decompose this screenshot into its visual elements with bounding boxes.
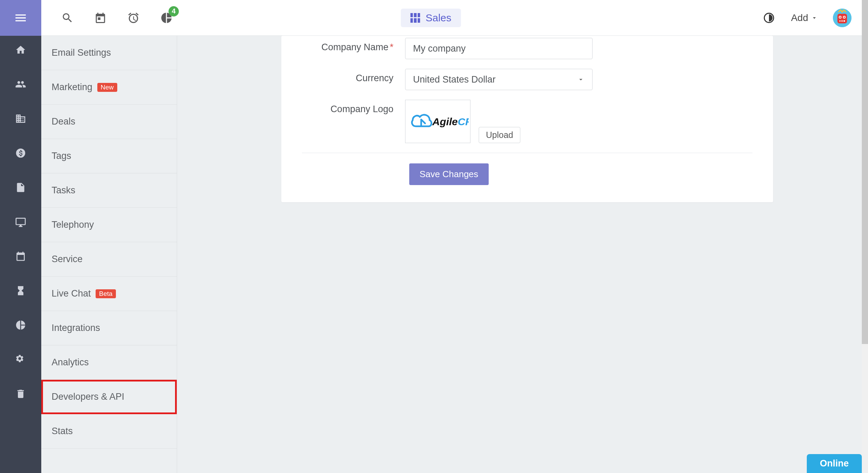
top-icon-group: 4 xyxy=(41,11,173,25)
settings-form-card: Company Name* Currency United States Dol… xyxy=(281,36,773,202)
alarm-button[interactable] xyxy=(127,11,140,25)
alarm-icon xyxy=(127,12,140,24)
contrast-icon xyxy=(763,12,775,24)
currency-select[interactable]: United States Dollar xyxy=(405,69,593,90)
nav-deals[interactable] xyxy=(15,147,26,159)
nav-companies[interactable] xyxy=(15,113,26,125)
nav-timeline[interactable] xyxy=(15,285,26,297)
settings-sidebar: Email Settings MarketingNew Deals Tags T… xyxy=(41,36,177,473)
company-name-label: Company Name* xyxy=(302,38,405,53)
add-dropdown[interactable]: Add xyxy=(791,12,818,23)
theme-toggle[interactable] xyxy=(762,11,776,25)
agilecrm-logo-icon: AgileCRM xyxy=(407,108,469,135)
hamburger-icon xyxy=(14,11,28,25)
svg-rect-8 xyxy=(842,20,842,22)
nav-calendar[interactable] xyxy=(15,250,26,262)
nav-web[interactable] xyxy=(15,216,26,228)
gears-icon xyxy=(15,354,26,365)
calendar-icon xyxy=(94,12,107,24)
nav-contacts[interactable] xyxy=(15,78,26,90)
sidebar-item-tasks[interactable]: Tasks xyxy=(41,173,177,208)
nav-documents[interactable] xyxy=(15,182,26,193)
avatar-icon xyxy=(833,9,851,27)
chevron-down-icon xyxy=(577,76,585,83)
calendar-small-icon xyxy=(15,251,26,262)
sidebar-item-label: Marketing xyxy=(52,82,93,93)
sidebar-item-deals[interactable]: Deals xyxy=(41,105,177,139)
sidebar-item-label: Stats xyxy=(52,426,73,437)
sidebar-item-live-chat[interactable]: Live ChatBeta xyxy=(41,277,177,311)
module-switcher[interactable]: Sales xyxy=(401,9,461,27)
currency-label: Currency xyxy=(302,69,405,84)
sidebar-item-developers-api[interactable]: Developers & API xyxy=(41,380,177,414)
svg-rect-7 xyxy=(840,20,841,22)
sidebar-item-label: Analytics xyxy=(52,357,89,368)
scrollbar-track[interactable] xyxy=(862,0,868,473)
pie-icon xyxy=(15,320,26,331)
reports-button[interactable]: 4 xyxy=(160,11,173,25)
sidebar-item-telephony[interactable]: Telephony xyxy=(41,208,177,242)
sidebar-item-marketing[interactable]: MarketingNew xyxy=(41,70,177,105)
beta-badge: Beta xyxy=(96,289,116,298)
hourglass-icon xyxy=(15,285,26,296)
online-status-chip[interactable]: Online xyxy=(807,454,862,473)
currency-value: United States Dollar xyxy=(413,74,496,85)
currency-row: Currency United States Dollar xyxy=(302,69,752,90)
company-name-row: Company Name* xyxy=(302,38,752,59)
sidebar-item-label: Integrations xyxy=(52,323,100,333)
svg-rect-9 xyxy=(843,20,844,22)
sidebar-item-service[interactable]: Service xyxy=(41,242,177,277)
nav-trash[interactable] xyxy=(15,388,26,400)
building-icon xyxy=(15,113,26,124)
sidebar-item-label: Tasks xyxy=(52,185,75,196)
svg-point-5 xyxy=(844,17,845,18)
search-icon xyxy=(61,12,74,24)
user-avatar[interactable] xyxy=(833,9,851,27)
svg-text:AgileCRM: AgileCRM xyxy=(432,116,469,127)
sidebar-item-label: Live Chat xyxy=(52,288,91,299)
notification-badge: 4 xyxy=(169,6,179,17)
sidebar-item-label: Deals xyxy=(52,116,75,127)
logo-label: Company Logo xyxy=(302,100,405,115)
sidebar-item-label: Email Settings xyxy=(52,47,111,58)
sidebar-item-email-settings[interactable]: Email Settings xyxy=(41,36,177,70)
svg-rect-1 xyxy=(837,14,847,23)
divider xyxy=(302,153,752,153)
sidebar-item-analytics[interactable]: Analytics xyxy=(41,345,177,380)
monitor-icon xyxy=(15,216,26,227)
sidebar-item-label: Telephony xyxy=(52,219,94,230)
calendar-button[interactable] xyxy=(94,11,107,25)
logo-row: Company Logo AgileCRM Upload xyxy=(302,100,752,143)
dollar-icon xyxy=(15,148,26,159)
save-changes-button[interactable]: Save Changes xyxy=(409,163,489,185)
grid-icon xyxy=(410,13,420,23)
sidebar-item-stats[interactable]: Stats xyxy=(41,414,177,449)
nav-home[interactable] xyxy=(15,44,26,56)
svg-point-4 xyxy=(839,17,841,18)
sidebar-item-integrations[interactable]: Integrations xyxy=(41,311,177,345)
add-label: Add xyxy=(791,12,808,23)
main-content: Company Name* Currency United States Dol… xyxy=(193,0,862,473)
sidebar-item-tags[interactable]: Tags xyxy=(41,139,177,173)
nav-rail xyxy=(0,36,41,473)
company-logo-preview: AgileCRM xyxy=(405,100,470,143)
people-icon xyxy=(15,79,26,90)
sidebar-item-label: Service xyxy=(52,254,83,265)
nav-reports[interactable] xyxy=(15,319,26,331)
logo-controls: AgileCRM Upload xyxy=(405,100,520,143)
scrollbar-thumb[interactable] xyxy=(862,0,868,344)
required-indicator: * xyxy=(390,42,393,52)
trash-icon xyxy=(15,388,26,399)
sidebar-item-label: Tags xyxy=(52,151,71,161)
upload-button[interactable]: Upload xyxy=(479,127,520,143)
new-badge: New xyxy=(97,83,117,92)
nav-settings[interactable] xyxy=(15,354,26,365)
company-name-input[interactable] xyxy=(405,38,593,59)
top-bar: 4 Sales Add xyxy=(0,0,862,36)
home-icon xyxy=(15,44,26,55)
chevron-down-icon xyxy=(811,14,818,21)
sidebar-item-label: Developers & API xyxy=(52,391,124,402)
top-right-group: Add xyxy=(762,9,851,27)
search-button[interactable] xyxy=(61,11,74,25)
menu-toggle-button[interactable] xyxy=(0,0,41,36)
